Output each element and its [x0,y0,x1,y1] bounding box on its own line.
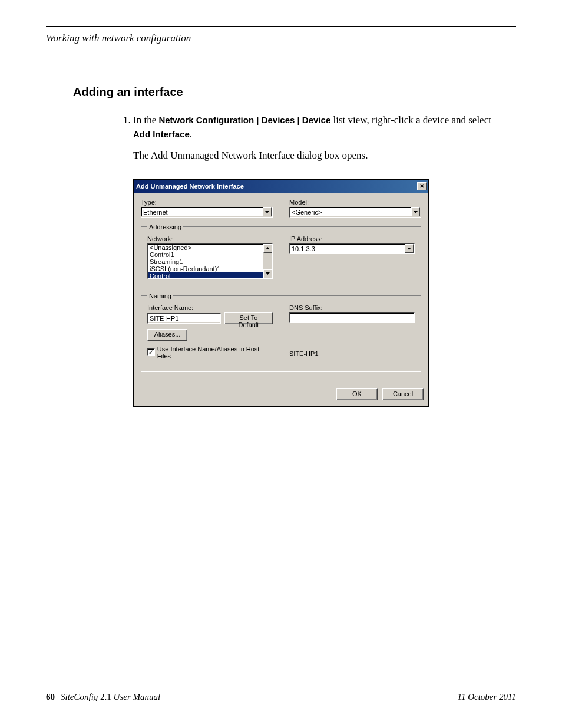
footer-date: 11 October 2011 [458,692,516,702]
section-heading: Adding an interface [73,85,516,99]
network-option[interactable]: Control [148,272,263,278]
step-text: . [190,129,192,140]
dns-suffix-field[interactable] [289,312,415,323]
resolved-name: SITE-HP1 [289,350,415,357]
svg-marker-4 [407,248,411,250]
use-host-files-label: Use Interface Name/Aliases in Host Files [157,345,273,360]
cancel-button[interactable]: Cancel [382,388,424,400]
dialog-title: Add Unmanaged Network Interface [136,183,244,190]
chevron-down-icon[interactable] [405,244,414,253]
svg-marker-1 [414,211,418,213]
naming-group: Naming Interface Name: SITE-HP1 Set To D… [141,292,421,372]
model-label: Model: [289,199,421,206]
type-combobox[interactable]: Ethernet [141,207,273,218]
product-version: 2.1 [98,692,113,701]
scrollbar[interactable] [263,244,272,278]
svg-marker-0 [265,211,269,213]
svg-marker-2 [266,247,270,249]
interface-name-field[interactable]: SITE-HP1 [147,313,221,324]
manual-title: User Manual [114,692,161,701]
scroll-down-icon[interactable] [263,269,272,278]
menu-item-add-interface: Add Interface [133,129,190,139]
naming-legend: Naming [147,292,173,299]
addressing-group: Addressing Network: <Unassigned>Control1… [141,223,421,285]
aliases-button[interactable]: Aliases... [147,329,187,341]
step-text: list view, right-click a device and sele… [330,114,491,126]
type-label: Type: [141,199,273,206]
model-combobox[interactable]: <Generic> [289,207,421,218]
use-host-files-checkbox[interactable]: ✓ [147,348,155,356]
set-to-default-button[interactable]: Set To Default [224,312,273,324]
interface-name-value: SITE-HP1 [150,315,179,322]
close-icon[interactable]: ✕ [417,182,427,190]
network-listbox[interactable]: <Unassigned>Control1Streaming1iSCSI (non… [147,243,273,279]
network-option[interactable]: Control1 [148,251,263,258]
network-option[interactable]: iSCSI (non-Redundant)1 [148,265,263,272]
addressing-legend: Addressing [147,223,183,230]
svg-marker-3 [266,272,270,275]
dialog-titlebar: Add Unmanaged Network Interface ✕ [134,180,428,193]
network-label: Network: [147,235,273,242]
product-name: SiteConfig [61,692,98,701]
step-text: In the [133,114,158,126]
page-footer: 60 SiteConfig 2.1 User Manual 11 October… [46,692,516,702]
chevron-down-icon[interactable] [411,207,420,216]
interface-name-label: Interface Name: [147,304,273,311]
running-head: Working with network configuration [46,32,516,44]
page-number: 60 [46,692,55,702]
step-1: In the Network Configuration | Devices |… [133,113,498,141]
network-option[interactable]: Streaming1 [148,258,263,265]
ip-address-combobox[interactable]: 10.1.3.3 [289,243,415,254]
ok-button[interactable]: OK [336,388,378,400]
add-interface-dialog: Add Unmanaged Network Interface ✕ Type: … [133,179,429,407]
step-result: The Add Unmanaged Network Interface dial… [133,150,516,162]
dns-suffix-label: DNS Suffix: [289,304,415,311]
ip-address-label: IP Address: [289,235,415,242]
ip-address-value: 10.1.3.3 [292,245,315,252]
network-option[interactable]: <Unassigned> [148,244,263,251]
scroll-up-icon[interactable] [263,244,272,253]
chevron-down-icon[interactable] [263,207,272,216]
ui-path: Network Configuration | Devices | Device [158,115,330,125]
type-value: Ethernet [143,209,168,216]
model-value: <Generic> [292,209,322,216]
